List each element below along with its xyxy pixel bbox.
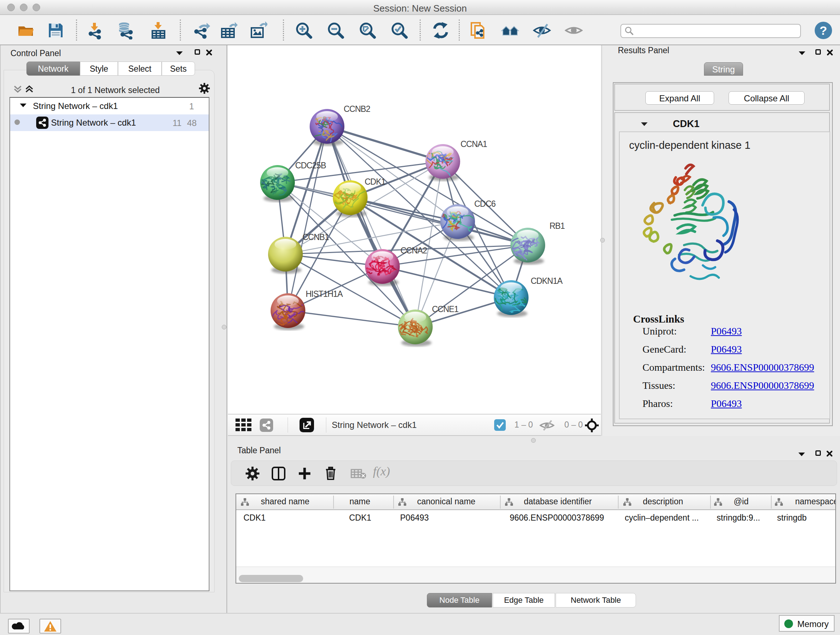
svg-text:CCNB2: CCNB2 xyxy=(344,104,370,114)
svg-text:CDK1: CDK1 xyxy=(365,177,386,187)
svg-text:RB1: RB1 xyxy=(549,221,565,231)
svg-text:HIST1H1A: HIST1H1A xyxy=(306,289,343,299)
svg-text:CDC6: CDC6 xyxy=(474,199,496,209)
svg-text:CCNA1: CCNA1 xyxy=(461,139,487,149)
svg-text:CCNE1: CCNE1 xyxy=(432,304,458,314)
svg-text:CCNA2: CCNA2 xyxy=(401,246,427,255)
svg-text:CCNB1: CCNB1 xyxy=(302,233,329,242)
svg-text:CDC25B: CDC25B xyxy=(295,161,326,170)
svg-text:CDKN1A: CDKN1A xyxy=(531,276,563,286)
